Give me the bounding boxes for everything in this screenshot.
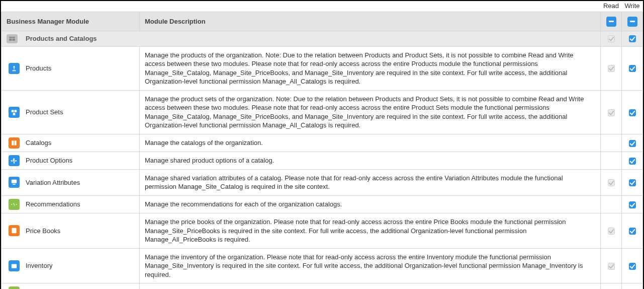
svg-rect-9 <box>15 181 16 183</box>
section-name: Products and Catalogs <box>26 35 97 42</box>
module-name: Inventory <box>26 262 52 269</box>
svg-rect-3 <box>13 70 16 71</box>
read-toggle-all-button[interactable] <box>606 17 616 27</box>
section-read-checkbox <box>608 35 615 42</box>
top-header-row: Read Write <box>2 1 643 12</box>
svg-rect-17 <box>14 265 15 267</box>
write-checkbox[interactable] <box>629 201 636 208</box>
product-sets-icon <box>9 107 20 118</box>
read-checkbox <box>608 109 615 116</box>
module-name: Product Options <box>26 157 72 164</box>
permissions-table: Read Write Business Manager Module Modul… <box>1 1 643 289</box>
svg-rect-4 <box>12 110 14 112</box>
feeds-icon <box>9 286 20 289</box>
variation-icon <box>9 177 20 188</box>
svg-rect-16 <box>13 265 14 267</box>
module-description: Manage the recommendations for each of t… <box>140 195 601 213</box>
write-checkbox[interactable] <box>629 228 636 235</box>
svg-point-12 <box>16 204 17 205</box>
permissions-panel: Read Write Business Manager Module Modul… <box>0 0 644 289</box>
table-row: Catalog Feeds Schedule and run various c… <box>2 283 643 289</box>
svg-rect-0 <box>9 36 15 37</box>
table-row: Product Sets Manage the product sets of … <box>2 90 643 134</box>
product-options-icon <box>9 155 20 166</box>
module-name: Price Books <box>26 227 60 235</box>
table-row: Catalogs Manage the catalogs of the orga… <box>2 134 643 152</box>
description-column-header: Module Description <box>140 12 601 31</box>
svg-rect-6 <box>13 113 16 115</box>
product-icon <box>9 63 20 74</box>
write-checkbox[interactable] <box>629 263 636 270</box>
read-checkbox <box>608 179 615 186</box>
module-description: Manage the product sets of the organizat… <box>140 90 601 134</box>
module-description: Manage the price books of the organizati… <box>140 213 601 248</box>
svg-rect-1 <box>9 38 12 41</box>
module-description: Manage the products of the organization.… <box>140 46 601 90</box>
table-row: Product Options Manage shared product op… <box>2 152 643 169</box>
section-write-checkbox[interactable] <box>629 35 636 42</box>
section-icon <box>7 34 18 43</box>
write-toggle-all-button[interactable] <box>627 17 637 27</box>
module-description: Manage the catalogs of the organization. <box>140 134 601 152</box>
svg-rect-8 <box>13 181 14 183</box>
inventory-icon <box>9 260 20 271</box>
module-description: Manage the inventory of the organization… <box>140 248 601 283</box>
module-column-header: Business Manager Module <box>2 12 140 31</box>
write-column-header: Write <box>622 1 643 12</box>
table-row: $ Price Books Manage the price books of … <box>2 213 643 248</box>
svg-rect-18 <box>15 265 16 267</box>
column-header-row: Business Manager Module Module Descripti… <box>2 12 643 31</box>
svg-rect-7 <box>12 180 17 183</box>
read-checkbox <box>608 263 615 270</box>
write-checkbox[interactable] <box>629 109 636 116</box>
table-row: Recommendations Manage the recommendatio… <box>2 195 643 213</box>
module-name: Products <box>26 64 51 72</box>
section-row: Products and Catalogs <box>2 31 643 46</box>
svg-rect-10 <box>13 184 16 185</box>
module-description: Manage shared variation attributes of a … <box>140 169 601 195</box>
module-name: Product Sets <box>26 108 63 116</box>
svg-rect-5 <box>15 110 17 112</box>
catalog-icon <box>9 137 20 149</box>
table-row: Variation Attributes Manage shared varia… <box>2 169 643 195</box>
write-checkbox[interactable] <box>629 140 636 147</box>
module-name: Variation Attributes <box>26 179 80 186</box>
read-column-header: Read <box>601 1 622 12</box>
write-checkbox[interactable] <box>629 65 636 72</box>
svg-rect-2 <box>13 38 15 41</box>
recommend-icon <box>9 199 20 210</box>
module-description: Manage shared product options of a catal… <box>140 152 601 169</box>
module-name: Catalogs <box>26 139 51 147</box>
module-description: Schedule and run various catalog feeds. <box>140 283 601 289</box>
svg-point-11 <box>11 204 12 205</box>
svg-text:$: $ <box>13 229 15 233</box>
table-row: Products Manage the products of the orga… <box>2 46 643 90</box>
read-checkbox <box>608 228 615 235</box>
read-checkbox <box>608 65 615 72</box>
write-checkbox[interactable] <box>629 179 636 186</box>
pricebook-icon: $ <box>9 225 20 236</box>
module-name: Recommendations <box>26 200 80 208</box>
write-checkbox[interactable] <box>629 158 636 165</box>
table-row: Inventory Manage the inventory of the or… <box>2 248 643 283</box>
